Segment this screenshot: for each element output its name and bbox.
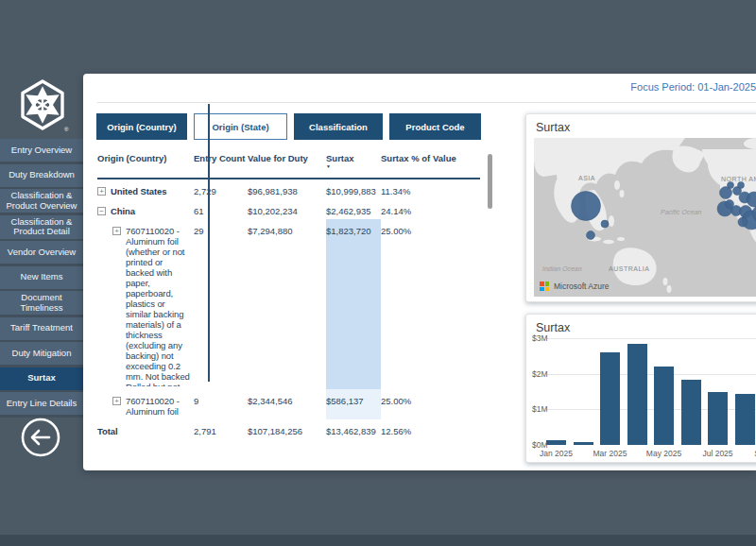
map-card-title: Surtax	[526, 114, 756, 138]
cell-surtax: $10,999,883	[326, 179, 381, 199]
table-scrollbar[interactable]	[488, 154, 492, 209]
y-tick-label: $3M	[532, 333, 548, 343]
sidebar-nav: Entry OverviewDuty BreakdownClassificati…	[0, 139, 83, 418]
bar-may-2025[interactable]	[654, 367, 674, 445]
cell-value-for-duty: $107,184,256	[248, 419, 326, 439]
table-row[interactable]: +7607110020 - Aluminum foil9$2,344,546$5…	[97, 389, 480, 419]
pivot-tabs: Origin (Country)Origin (State)Classifica…	[96, 113, 481, 140]
bar-apr-2025[interactable]	[627, 344, 647, 445]
cell-surtax-pct: 11.34%	[381, 179, 466, 199]
cell-entry-count: 61	[194, 199, 248, 219]
map-label-pacific-ocean: Pacific Ocean	[661, 209, 701, 215]
y-tick-label: $0M	[532, 440, 548, 450]
row-label: 7607110020 - Aluminum foil	[126, 396, 190, 417]
gridline	[546, 338, 756, 339]
sidebar-item-document-timeliness[interactable]: Document Timeliness	[0, 291, 83, 315]
table-row[interactable]: +7607110020 - Aluminum foil (whether or …	[97, 219, 480, 389]
map-card: Surtax	[525, 113, 756, 302]
sidebar-item-tariff-treatment[interactable]: Tariff Treatment	[0, 317, 83, 340]
column-header-surtax-of-value[interactable]: Surtax % of Value	[381, 149, 466, 178]
bar-mar-2025[interactable]	[600, 352, 620, 445]
cell-value-for-duty: $7,294,880	[248, 219, 326, 389]
collapse-icon[interactable]: −	[97, 207, 106, 215]
sidebar-item-vendor-overview[interactable]: Vendor Overview	[0, 241, 83, 264]
cell-surtax: $2,462,935	[326, 199, 381, 219]
column-header-value-for-duty[interactable]: Value for Duty	[248, 149, 326, 178]
bar-jan-2025[interactable]	[546, 440, 566, 445]
expand-icon[interactable]: +	[97, 187, 106, 196]
column-header-entry-count[interactable]: Entry Count	[194, 149, 248, 178]
bar-aug-2025[interactable]	[735, 394, 755, 445]
expand-icon[interactable]: +	[112, 397, 121, 405]
table-body: +United States2,729$96,981,938$10,999,88…	[97, 179, 480, 439]
cell-value-for-duty: $2,344,546	[248, 389, 326, 419]
sidebar-item-new-items[interactable]: New Items	[0, 266, 83, 289]
x-tick-label: Jul 2025	[702, 449, 732, 458]
cell-surtax-pct: 25.00%	[381, 219, 466, 389]
row-label: China	[111, 206, 135, 216]
expand-icon[interactable]: +	[112, 227, 121, 235]
sidebar: ® Entry OverviewDuty BreakdownClassifica…	[0, 0, 83, 546]
bar-plot: Jan 2025Mar 2025May 2025Jul 2025Sep 2025	[546, 338, 756, 445]
table-row[interactable]: +United States2,729$96,981,938$10,999,88…	[97, 179, 480, 199]
tab-product-code[interactable]: Product Code	[389, 113, 481, 140]
y-tick-label: $2M	[532, 369, 548, 379]
app-logo-icon: ®	[15, 77, 70, 134]
bar-jun-2025[interactable]	[681, 380, 701, 445]
sidebar-item-entry-overview[interactable]: Entry Overview	[0, 139, 83, 162]
column-header-origin-country[interactable]: Origin (Country)	[97, 149, 194, 178]
cell-entry-count: 9	[194, 389, 248, 419]
world-map-svg: ASIANORTH AMERICAAUSTRALIAPacific OceanI…	[534, 138, 756, 297]
map-label-australia: AUSTRALIA	[609, 265, 649, 272]
map-label-north-america: NORTH AMERICA	[721, 176, 756, 182]
table-row-total[interactable]: Total2,791$107,184,256$13,462,83912.56%	[97, 419, 480, 439]
column-divider	[208, 104, 210, 382]
bar-feb-2025[interactable]	[574, 442, 593, 445]
row-label: 7607110020 - Aluminum foil (whether or n…	[126, 226, 190, 386]
bottom-strip	[0, 535, 756, 546]
map-bubble-china[interactable]	[572, 192, 601, 221]
map-bubble-vietnam[interactable]	[587, 231, 595, 240]
azure-attribution-text: Microsoft Azure	[554, 282, 610, 291]
report-canvas: Focus Period: 01-Jan-2025 Origin (Countr…	[83, 74, 756, 470]
sidebar-item-classification-product-detail[interactable]: Classification & Product Detail	[0, 215, 83, 239]
x-tick-label: May 2025	[646, 449, 681, 458]
sidebar-item-classification-product-overview[interactable]: Classification & Product Overview	[0, 189, 83, 213]
surtax-matrix: Origin (Country)Entry CountValue for Dut…	[97, 149, 480, 439]
svg-text:®: ®	[64, 127, 69, 132]
map-bubble-us-10[interactable]	[726, 200, 734, 209]
world-map: ASIANORTH AMERICAAUSTRALIAPacific OceanI…	[534, 138, 756, 297]
row-label: Total	[97, 426, 118, 436]
gridline	[546, 374, 756, 375]
header-divider	[97, 102, 756, 103]
tab-classification[interactable]: Classification	[294, 113, 383, 140]
map-label-asia: ASIA	[578, 175, 595, 181]
cell-entry-count: 2,729	[194, 179, 248, 199]
cell-surtax-pct: 25.00%	[381, 389, 466, 419]
sidebar-item-surtax[interactable]: Surtax	[0, 367, 83, 390]
table-header-row: Origin (Country)Entry CountValue for Dut…	[97, 149, 480, 179]
cell-value-for-duty: $96,981,938	[248, 179, 326, 199]
map-bubble-us-9[interactable]	[738, 217, 747, 227]
back-button[interactable]	[20, 417, 61, 458]
cell-surtax-pct: 24.14%	[381, 199, 466, 219]
cell-entry-count: 2,791	[194, 419, 248, 439]
map-bubble-philippines[interactable]	[601, 220, 609, 228]
cell-surtax: $1,823,720	[326, 219, 381, 389]
sidebar-item-duty-breakdown[interactable]: Duty Breakdown	[0, 164, 83, 187]
map-bubble-us-12[interactable]	[738, 182, 745, 189]
sidebar-item-duty-mitigation[interactable]: Duty Mitigation	[0, 342, 83, 365]
bar-jul-2025[interactable]	[708, 392, 728, 446]
map-bubble-us-11[interactable]	[728, 182, 734, 189]
tab-origin-country[interactable]: Origin (Country)	[96, 113, 187, 140]
cell-surtax: $13,462,839	[326, 419, 381, 439]
cell-value-for-duty: $10,202,234	[248, 199, 326, 219]
column-header-surtax[interactable]: Surtax▼	[326, 149, 381, 178]
table-row[interactable]: −China61$10,202,234$2,462,93524.14%	[97, 199, 480, 219]
microsoft-logo-icon	[540, 282, 549, 291]
cell-surtax-pct: 12.56%	[381, 419, 466, 439]
map-label-indian-ocean: Indian Ocean	[542, 265, 582, 272]
y-tick-label: $1M	[532, 404, 548, 414]
sidebar-item-entry-line-details[interactable]: Entry Line Details	[0, 392, 83, 415]
bar-chart-card: Surtax Jan 2025Mar 2025May 2025Jul 2025S…	[525, 314, 756, 463]
